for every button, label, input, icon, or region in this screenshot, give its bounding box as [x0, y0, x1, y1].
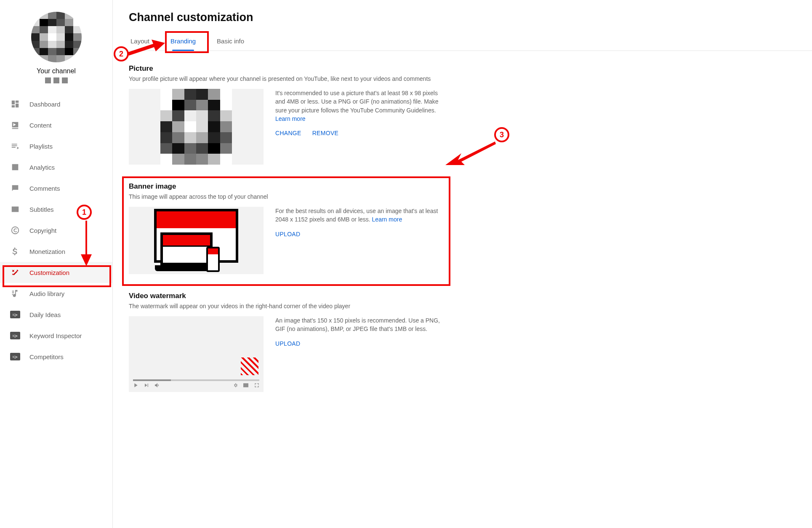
section-watermark-title: Video watermark [129, 292, 571, 300]
play-icon [132, 382, 139, 390]
nav-label: Customization [29, 269, 69, 276]
customization-icon [10, 267, 20, 277]
watermark-help-text: An image that's 150 x 150 pixels is reco… [275, 316, 444, 333]
main-content: Channel customization LayoutBrandingBasi… [113, 0, 812, 528]
pixelated-avatar-icon [160, 89, 232, 165]
nav-label: Dashboard [29, 101, 60, 108]
nav-label: Daily Ideas [29, 311, 61, 318]
banner-help-text: For the best results on all devices, use… [275, 207, 444, 224]
channel-avatar[interactable] [31, 12, 82, 62]
change-button[interactable]: CHANGE [275, 130, 301, 136]
sidebar-item-dashboard[interactable]: Dashboard [0, 93, 112, 115]
iq-icon: IQ▸ [10, 331, 20, 341]
upload-button[interactable]: UPLOAD [275, 231, 300, 237]
section-picture-title: Picture [129, 64, 571, 73]
picture-help-text: It's recommended to use a picture that's… [275, 89, 444, 123]
sidebar-item-audio-library[interactable]: Audio library [0, 283, 112, 304]
sidebar-nav: DashboardContentPlaylistsAnalyticsCommen… [0, 93, 112, 367]
annotation-arrow-3 [445, 141, 496, 168]
tab-basic-info[interactable]: Basic info [215, 34, 246, 51]
sidebar: Your channel DashboardContentPlaylistsAn… [0, 0, 113, 528]
banner-preview [129, 207, 264, 274]
remove-button[interactable]: REMOVE [312, 130, 338, 136]
nav-label: Keyword Inspector [29, 332, 82, 339]
sidebar-item-playlists[interactable]: Playlists [0, 136, 112, 157]
sidebar-item-competitors[interactable]: IQ▸Competitors [0, 346, 112, 367]
annotation-marker-2: 2 [114, 46, 129, 61]
sidebar-item-comments[interactable]: Comments [0, 178, 112, 199]
section-picture-desc: Your profile picture will appear where y… [129, 75, 571, 82]
annotation-marker-3: 3 [494, 127, 509, 142]
annotation-arrow-1 [80, 221, 93, 269]
sidebar-item-monetization[interactable]: Monetization [0, 241, 112, 262]
volume-icon [154, 382, 161, 390]
nav-label: Copyright [29, 227, 56, 234]
section-watermark: Video watermark The watermark will appea… [129, 292, 571, 392]
page-title: Channel customization [129, 11, 812, 24]
nav-label: Playlists [29, 143, 53, 150]
channel-header: Your channel [0, 8, 112, 93]
sidebar-item-analytics[interactable]: Analytics [0, 157, 112, 178]
dashboard-icon [10, 99, 20, 109]
sidebar-item-subtitles[interactable]: Subtitles [0, 199, 112, 220]
section-banner: Banner image This image will appear acro… [129, 182, 571, 274]
iq-icon: IQ▸ [10, 309, 20, 320]
nav-label: Analytics [29, 164, 55, 171]
nav-label: Audio library [29, 290, 64, 297]
picture-preview [129, 89, 264, 165]
content-icon [10, 120, 20, 130]
settings-icon [232, 382, 238, 390]
upload-button[interactable]: UPLOAD [275, 340, 300, 347]
monetization-icon [10, 246, 20, 256]
audio-icon [10, 288, 20, 299]
sidebar-item-keyword-inspector[interactable]: IQ▸Keyword Inspector [0, 325, 112, 346]
nav-label: Competitors [29, 353, 64, 360]
nav-label: Subtitles [29, 206, 54, 213]
tab-branding[interactable]: Branding [169, 34, 197, 51]
video-controls [132, 382, 260, 390]
banner-learn-more-link[interactable]: Learn more [372, 216, 402, 223]
section-watermark-desc: The watermark will appear on your videos… [129, 303, 571, 309]
next-icon [143, 382, 150, 390]
sidebar-item-copyright[interactable]: Copyright [0, 220, 112, 241]
video-progress-bar [133, 379, 259, 381]
miniplayer-icon [242, 382, 249, 390]
analytics-icon [10, 162, 20, 172]
picture-learn-more-link[interactable]: Learn more [275, 115, 306, 122]
tabs: LayoutBrandingBasic info [129, 34, 812, 51]
sidebar-item-customization[interactable]: Customization [0, 262, 112, 283]
channel-name-label: Your channel [0, 67, 112, 75]
section-banner-title: Banner image [129, 182, 571, 191]
sidebar-item-daily-ideas[interactable]: IQ▸Daily Ideas [0, 304, 112, 325]
iq-icon: IQ▸ [10, 352, 20, 362]
copyright-icon [10, 225, 20, 235]
nav-label: Content [29, 122, 52, 129]
playlists-icon [10, 141, 20, 151]
section-picture: Picture Your profile picture will appear… [129, 64, 571, 165]
watermark-preview [129, 316, 264, 392]
channel-handle-placeholder [0, 77, 112, 83]
watermark-sample-icon [241, 357, 258, 375]
annotation-arrow-2 [128, 40, 166, 58]
pixelated-avatar-icon [31, 12, 82, 62]
nav-label: Monetization [29, 248, 65, 255]
annotation-marker-1: 1 [77, 205, 92, 220]
section-banner-desc: This image will appear across the top of… [129, 193, 571, 200]
sidebar-item-content[interactable]: Content [0, 115, 112, 136]
fullscreen-icon [253, 382, 260, 390]
devices-icon [154, 209, 238, 272]
subtitles-icon [10, 204, 20, 214]
nav-label: Comments [29, 185, 60, 192]
comments-icon [10, 183, 20, 193]
